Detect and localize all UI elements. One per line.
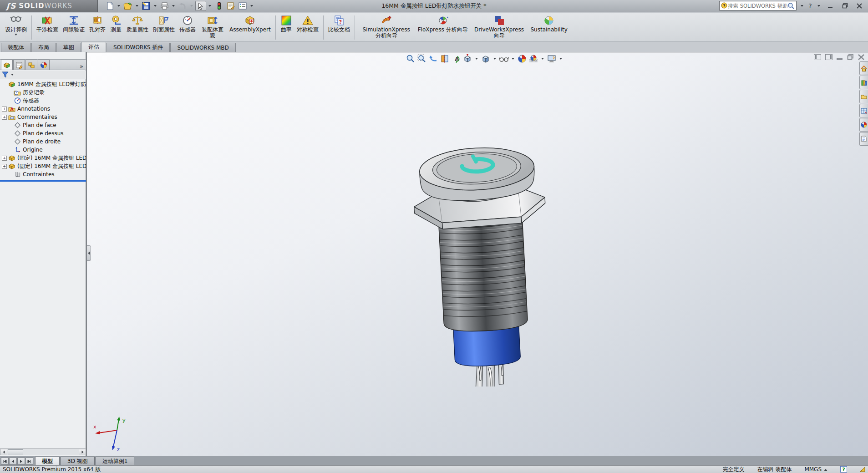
expand-toggle[interactable]: +: [2, 107, 7, 112]
tree-item-component-2[interactable]: + (固定) 16MM 金属按钮 LED: [0, 162, 86, 170]
scroll-thumb[interactable]: [8, 449, 23, 455]
previous-tab-button[interactable]: [9, 458, 17, 465]
panel-tab-overflow[interactable]: »: [80, 63, 83, 70]
tree-item-plan-de-droite[interactable]: Plan de droite: [0, 137, 86, 146]
tab-assembly[interactable]: 装配体: [1, 43, 31, 52]
view-palette-tab[interactable]: [859, 104, 868, 117]
configuration-manager-tab[interactable]: [25, 60, 37, 70]
hole-alignment-button[interactable]: 孔对齐: [87, 14, 108, 41]
curvature-button[interactable]: 曲率: [278, 14, 294, 41]
model-16mm-led-push-button[interactable]: [400, 127, 557, 387]
view-settings-button[interactable]: [547, 54, 557, 64]
options-button[interactable]: [225, 1, 236, 11]
tree-item-commentaires[interactable]: + Commentaires: [0, 113, 86, 121]
help-menu-icon[interactable]: ?: [807, 2, 813, 10]
custom-properties-tab[interactable]: [859, 132, 868, 146]
new-dropdown-arrow[interactable]: [117, 5, 120, 7]
panel-horizontal-scrollbar[interactable]: [0, 448, 86, 455]
zoom-to-fit-button[interactable]: [406, 54, 416, 64]
zoom-to-area-button[interactable]: [417, 54, 427, 64]
tab-solidworks-mbd[interactable]: SOLIDWORKS MBD: [170, 43, 235, 52]
expand-toggle[interactable]: +: [2, 115, 7, 120]
design-study-button[interactable]: 设计算例: [3, 14, 29, 41]
search-dropdown-arrow[interactable]: [801, 5, 803, 7]
print-button[interactable]: [159, 1, 170, 11]
tree-item-origine[interactable]: Origine: [0, 146, 86, 154]
search-icon[interactable]: [787, 2, 795, 10]
clearance-verification-button[interactable]: 间隙验证: [61, 14, 87, 41]
restore-button[interactable]: [839, 2, 851, 10]
mass-properties-button[interactable]: 质量属性: [124, 14, 151, 41]
filter-dropdown-arrow[interactable]: [11, 74, 14, 76]
section-view-button[interactable]: [440, 54, 450, 64]
dynamic-annotation-views-button[interactable]: A: [451, 54, 461, 64]
open-dropdown-arrow[interactable]: [136, 5, 138, 7]
select-button[interactable]: [195, 1, 206, 11]
tab-sketch[interactable]: 草图: [56, 43, 81, 52]
property-manager-tab[interactable]: [13, 60, 25, 70]
scroll-left-button[interactable]: [0, 449, 7, 455]
doc-minimize-icon[interactable]: [837, 54, 843, 60]
open-document-button[interactable]: [122, 1, 133, 11]
file-properties-button[interactable]: [237, 1, 248, 11]
tree-item-history[interactable]: 历史记录: [0, 88, 86, 97]
apply-scene-button[interactable]: [528, 54, 538, 64]
doc-tab-3d-views[interactable]: 3D 视图: [61, 457, 95, 465]
tree-root-assembly[interactable]: 16MM 金属按钮 LED带灯防水按钮开关: [0, 80, 86, 88]
minimize-button[interactable]: [824, 2, 836, 10]
corner-grip-icon[interactable]: [860, 467, 865, 472]
doc-tab-model[interactable]: 模型: [35, 457, 60, 465]
doc-tab-motion-study[interactable]: 运动算例1: [96, 457, 135, 465]
floxpress-button[interactable]: FloXpress 分析向导: [416, 14, 470, 41]
new-document-button[interactable]: [104, 1, 115, 11]
undo-button[interactable]: [177, 1, 188, 11]
tab-evaluate[interactable]: 评估: [81, 42, 106, 52]
hide-show-items-button[interactable]: [499, 54, 509, 64]
panel-collapse-handle[interactable]: [87, 245, 91, 261]
apply-scene-dropdown-arrow[interactable]: [541, 58, 544, 60]
driveworksxpress-button[interactable]: DriveWorksXpress 向导: [470, 14, 528, 41]
scroll-right-button[interactable]: [79, 449, 86, 455]
display-style-button[interactable]: [481, 54, 491, 64]
quick-tips-help-icon[interactable]: ?: [840, 466, 847, 473]
display-style-dropdown-arrow[interactable]: [493, 58, 496, 60]
right-pane-toggle-icon[interactable]: [825, 54, 832, 60]
units-selector[interactable]: MMGS: [804, 466, 827, 473]
help-dropdown-arrow[interactable]: [817, 5, 820, 7]
left-pane-toggle-icon[interactable]: [814, 54, 821, 60]
file-explorer-tab[interactable]: [859, 90, 868, 103]
search-input[interactable]: [728, 3, 787, 9]
print-dropdown-arrow[interactable]: [172, 5, 175, 7]
save-button[interactable]: [141, 1, 152, 11]
feature-tree-splitter[interactable]: [0, 180, 86, 182]
compare-documents-button[interactable]: ? 比较文档: [326, 14, 352, 41]
appearances-scenes-tab[interactable]: [859, 118, 868, 132]
symmetry-check-button[interactable]: 对称检查: [294, 14, 321, 41]
sustainability-button[interactable]: Sustainability: [528, 14, 570, 41]
view-orientation-button[interactable]: [462, 54, 472, 64]
tree-item-annotations[interactable]: + A Annotations: [0, 105, 86, 113]
assemblyxpert-button[interactable]: AssemblyXpert: [227, 14, 273, 41]
tab-layout[interactable]: 布局: [31, 43, 56, 52]
display-manager-tab[interactable]: [38, 60, 50, 70]
doc-close-icon[interactable]: [858, 54, 864, 60]
hide-show-dropdown-arrow[interactable]: [512, 58, 514, 60]
view-settings-dropdown-arrow[interactable]: [559, 58, 562, 60]
close-button[interactable]: [853, 2, 865, 10]
rebuild-button[interactable]: [213, 1, 224, 11]
first-tab-button[interactable]: [1, 458, 9, 465]
tree-item-plan-de-dessus[interactable]: Plan de dessus: [0, 129, 86, 137]
tree-item-plan-de-face[interactable]: Plan de face: [0, 121, 86, 129]
design-library-tab[interactable]: [859, 76, 868, 89]
feature-tree-tab[interactable]: [1, 60, 13, 70]
filter-funnel-icon[interactable]: [2, 71, 9, 78]
expand-toggle[interactable]: +: [2, 156, 7, 161]
tree-item-sensors[interactable]: 传感器: [0, 97, 86, 105]
measure-button[interactable]: 测量: [108, 14, 124, 41]
design-study-flyout-arrow[interactable]: [15, 34, 17, 36]
next-tab-button[interactable]: [17, 458, 25, 465]
save-dropdown-arrow[interactable]: [154, 5, 157, 7]
view-orientation-dropdown-arrow[interactable]: [475, 58, 478, 60]
section-properties-button[interactable]: 剖面属性: [151, 14, 177, 41]
tree-item-component-1[interactable]: + (固定) 16MM 金属按钮 LED: [0, 154, 86, 162]
